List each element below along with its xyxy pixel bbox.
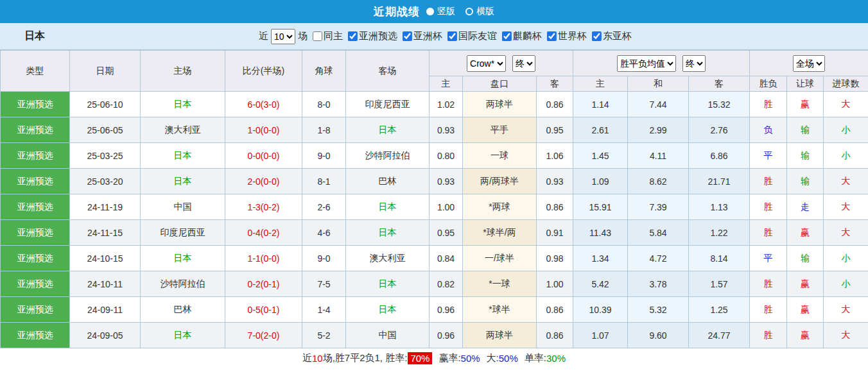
home-team: 日本: [141, 169, 225, 194]
home-team: 日本: [141, 143, 225, 169]
corner-score: 4-6: [302, 220, 346, 246]
same-home-checkbox[interactable]: [313, 31, 322, 41]
competition-filter[interactable]: 东亚杯: [592, 30, 632, 42]
asian-home-odds: 0.84: [430, 246, 463, 271]
col-header-asian-handicap: 盘口: [463, 76, 537, 92]
layout-option-vertical[interactable]: 竖版: [426, 6, 455, 17]
goals-result: 小: [824, 143, 868, 169]
handicap-result: 赢: [787, 271, 824, 297]
win-odds-rate: 50%: [461, 353, 480, 364]
result-scope-select[interactable]: 全场: [793, 55, 825, 72]
match-date: 24-10-11: [70, 271, 141, 297]
single-rate: 30%: [546, 353, 566, 364]
europe-away-odds: 6.86: [689, 143, 750, 169]
competition-label: 世界杯: [558, 30, 587, 42]
competition-checkbox[interactable]: [547, 31, 557, 41]
europe-home-odds: 1.14: [573, 92, 628, 117]
col-header-europe-away: 客: [689, 76, 750, 92]
asian-home-odds: 1.02: [430, 92, 463, 117]
competition-checkbox[interactable]: [447, 31, 457, 41]
col-header-asian-home: 主: [430, 76, 463, 92]
single-label: 单率:: [525, 352, 546, 364]
handicap-result: 走: [787, 194, 824, 220]
score: 0-2(0-1): [225, 271, 302, 297]
europe-home-odds: 1.45: [573, 143, 628, 169]
asian-away-odds: 0.98: [537, 246, 573, 271]
away-team: 中国: [346, 323, 430, 348]
corner-score: 9-0: [302, 246, 346, 271]
filter-bar: 日本 近 10 场 同主 亚洲预选亚洲杯国际友谊麒麟杯世界杯东亚杯: [0, 23, 868, 50]
asian-handicap: *两球: [463, 194, 537, 220]
match-row: 亚洲预选24-09-05日本7-0(2-0)5-2中国0.96两球半0.861.…: [1, 323, 868, 348]
competition-filter[interactable]: 亚洲杯: [403, 30, 442, 42]
goals-result: 大: [824, 92, 868, 117]
asian-handicap: 两球半: [463, 323, 537, 348]
home-team: 日本: [141, 323, 225, 348]
competition-checkbox[interactable]: [592, 31, 602, 41]
competition-checkbox[interactable]: [348, 31, 358, 41]
asian-away-odds: 1.06: [537, 143, 573, 169]
page-title: 近期战绩: [374, 4, 420, 19]
europe-draw-odds: 5.84: [628, 220, 689, 246]
layout-option-horizontal[interactable]: 横版: [465, 6, 494, 17]
europe-home-odds: 1.09: [573, 169, 628, 194]
asian-odds-time-select[interactable]: 终: [512, 55, 535, 72]
competition-filter[interactable]: 国际友谊: [447, 30, 497, 42]
europe-odds-select[interactable]: 胜平负均值: [617, 55, 676, 72]
goals-result: 小: [824, 271, 868, 297]
competition-checkbox[interactable]: [403, 31, 412, 41]
layout-option-vertical-label: 竖版: [437, 6, 455, 17]
result: 平: [750, 246, 787, 271]
europe-draw-odds: 3.78: [628, 271, 689, 297]
same-home-filter[interactable]: 同主: [313, 30, 343, 42]
competition-label: 亚洲杯: [413, 30, 442, 42]
asian-away-odds: 0.91: [537, 220, 573, 246]
match-row: 亚洲预选24-11-15印度尼西亚0-4(0-2)4-6日本0.95*球半/两0…: [1, 220, 868, 246]
col-header-asian-away: 客: [537, 76, 573, 92]
score: 0-5(0-1): [225, 297, 302, 323]
competition-checkbox[interactable]: [502, 31, 512, 41]
footer-match-count: 10: [312, 353, 323, 364]
match-date: 25-03-20: [70, 169, 141, 194]
competition-filter[interactable]: 世界杯: [547, 30, 587, 42]
goals-result: 小: [824, 117, 868, 143]
handicap-result: 输: [787, 117, 824, 143]
asian-home-odds: 0.93: [430, 169, 463, 194]
away-team: 日本: [346, 117, 430, 143]
competition-filter[interactable]: 亚洲预选: [348, 30, 397, 42]
result: 胜: [750, 297, 787, 323]
handicap-result: 输: [787, 143, 824, 169]
col-header-score: 比分(半场): [225, 51, 302, 92]
europe-home-odds: 2.61: [573, 117, 628, 143]
results-table: 类型 日期 主场 比分(半场) 角球 客场 Crow* 终 胜平负均值 终 全场…: [0, 50, 868, 348]
corner-score: 1-4: [302, 297, 346, 323]
type-badge: 亚洲预选: [1, 323, 70, 348]
result: 平: [750, 143, 787, 169]
col-header-date: 日期: [70, 51, 141, 92]
europe-away-odds: 1.22: [689, 220, 750, 246]
asian-odds-header: Crow* 终: [430, 51, 573, 76]
summary-footer: 近 10 场,胜7平2负1, 胜率: 70% 赢率: 50% 大: 50% 单率…: [0, 348, 868, 368]
away-team: 日本: [346, 271, 430, 297]
competition-filter[interactable]: 麒麟杯: [502, 30, 542, 42]
europe-draw-odds: 2.99: [628, 117, 689, 143]
odds-company-select[interactable]: Crow*: [467, 55, 506, 72]
asian-handicap: *球半: [463, 297, 537, 323]
recent-count-select[interactable]: 10: [271, 29, 295, 44]
layout-radio-group: 竖版 横版: [426, 6, 494, 17]
match-row: 亚洲预选24-09-11巴林0-5(0-1)1-4日本0.96*球半0.8610…: [1, 297, 868, 323]
asian-handicap: 一/球半: [463, 246, 537, 271]
home-team: 日本: [141, 92, 225, 117]
score: 0-0(0-0): [225, 143, 302, 169]
layout-option-horizontal-label: 横版: [476, 6, 494, 17]
same-home-label: 同主: [324, 30, 343, 42]
europe-odds-time-select[interactable]: 终: [682, 55, 706, 72]
home-team: 沙特阿拉伯: [141, 271, 225, 297]
handicap-result: 赢: [787, 220, 824, 246]
asian-away-odds: 0.86: [537, 194, 573, 220]
europe-away-odds: 1.57: [689, 271, 750, 297]
col-header-result: 胜负: [750, 76, 787, 92]
score: 6-0(3-0): [225, 92, 302, 117]
col-header-europe-home: 主: [573, 76, 628, 92]
type-badge: 亚洲预选: [1, 143, 70, 169]
